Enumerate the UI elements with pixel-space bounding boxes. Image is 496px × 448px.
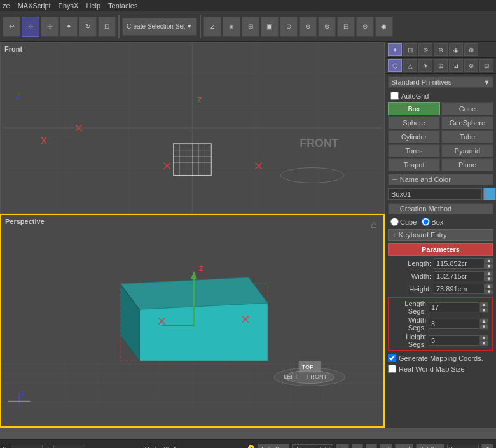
hierarchy-panel-icon[interactable]: ⊚ <box>418 43 432 56</box>
primitives-dropdown[interactable]: Standard Primitives ▼ <box>388 76 493 88</box>
menu-physx[interactable]: PhysX <box>59 2 79 10</box>
menu-maxscript[interactable]: MAXScript <box>18 2 51 10</box>
render6-button[interactable]: ⊜ <box>356 17 374 37</box>
home-icon[interactable]: ⌂ <box>371 219 377 230</box>
prev-frame-button[interactable]: ◀ <box>352 444 363 449</box>
cameras-icon[interactable]: ⊞ <box>434 59 448 72</box>
menu-help[interactable]: Help <box>86 2 100 10</box>
frame-input[interactable] <box>447 445 479 448</box>
timeline-config-button[interactable]: ⚙ <box>481 444 493 449</box>
width-segs-up[interactable]: ▲ <box>479 318 488 324</box>
render-button[interactable]: ▣ <box>261 17 279 37</box>
utilities-panel-icon[interactable]: ⊕ <box>464 43 478 56</box>
shapes-icon[interactable]: △ <box>403 59 417 72</box>
pyramid-button[interactable]: Pyramid <box>441 144 493 157</box>
front-viewport[interactable]: Front <box>0 42 385 214</box>
spacewarps-icon[interactable]: ⊜ <box>464 59 478 72</box>
render2-button[interactable]: ⊙ <box>280 17 298 37</box>
box-radio-label[interactable]: Box <box>422 218 443 226</box>
length-segs-label: Length Segs: <box>393 300 429 315</box>
menu-ze[interactable]: ze <box>3 2 10 10</box>
length-segs-down[interactable]: ▼ <box>479 307 488 313</box>
height-input[interactable] <box>434 284 485 294</box>
gen-mapping-checkbox[interactable] <box>388 354 396 362</box>
timeline-track[interactable] <box>0 428 496 439</box>
render5-button[interactable]: ⊟ <box>337 17 355 37</box>
width-segs-input[interactable] <box>429 319 479 329</box>
length-segs-up[interactable]: ▲ <box>479 302 488 307</box>
material-button[interactable]: ◈ <box>223 17 240 37</box>
perspective-viewport[interactable]: Perspective ⌂ <box>0 214 385 428</box>
plane-button[interactable]: Plane <box>441 158 493 171</box>
create-selection-label: Create Selection Set <box>127 23 185 30</box>
undo-button[interactable]: ↩ <box>3 17 20 37</box>
creation-method-section-header[interactable]: ─ Creation Method <box>388 203 493 214</box>
lights-icon[interactable]: ☀ <box>418 59 432 72</box>
motion-panel-icon[interactable]: ⊛ <box>434 43 448 56</box>
cube-radio[interactable] <box>390 218 399 226</box>
primitives-dropdown-label: Standard Primitives <box>391 78 451 86</box>
geometry-icon[interactable]: ⬡ <box>388 59 402 72</box>
display-panel-icon[interactable]: ◈ <box>449 43 463 56</box>
helpers-icon[interactable]: ⊿ <box>449 59 463 72</box>
go-start-button[interactable]: |◀ <box>336 444 349 449</box>
height-up[interactable]: ▲ <box>485 283 493 289</box>
move-button[interactable]: ✦ <box>60 17 78 37</box>
object-color-swatch[interactable] <box>483 188 496 200</box>
render4-button[interactable]: ⊚ <box>318 17 336 37</box>
play-button[interactable]: ▶ <box>366 444 377 449</box>
menu-tentacles[interactable]: Tentacles <box>108 2 137 10</box>
z-input[interactable] <box>53 445 85 448</box>
y-input[interactable] <box>11 445 43 448</box>
torus-button[interactable]: Torus <box>388 144 440 157</box>
select-button[interactable]: ⊹ <box>22 17 39 37</box>
snap-button[interactable]: ⊞ <box>242 17 259 37</box>
render3-button[interactable]: ⊛ <box>299 17 317 37</box>
length-down[interactable]: ▼ <box>485 263 493 269</box>
create-panel-icon[interactable]: ✦ <box>388 43 402 56</box>
set-key-button[interactable]: Set Key <box>416 444 444 449</box>
height-segs-up[interactable]: ▲ <box>479 335 488 340</box>
create-selection-button[interactable]: Create Selection Set ▼ <box>122 18 197 36</box>
tube-button[interactable]: Tube <box>441 130 493 143</box>
object-name-input[interactable] <box>388 188 482 200</box>
rotate-button[interactable]: ↻ <box>79 17 97 37</box>
box-button[interactable]: Box <box>388 102 440 115</box>
width-segs-down[interactable]: ▼ <box>479 324 488 330</box>
keyboard-entry-header[interactable]: + Keyboard Entry <box>388 229 493 241</box>
autogrid-checkbox[interactable] <box>390 92 399 100</box>
geosphere-button[interactable]: GeoSphere <box>441 116 493 129</box>
render7-button[interactable]: ◉ <box>375 17 393 37</box>
length-spinner: ▲ ▼ <box>485 258 493 269</box>
length-up[interactable]: ▲ <box>485 258 493 263</box>
length-input[interactable] <box>434 258 485 269</box>
primitives-grid: Box Cone Sphere GeoSphere Cylinder Tube … <box>388 102 493 171</box>
next-frame-button[interactable]: ▶| <box>380 444 393 449</box>
cone-button[interactable]: Cone <box>441 102 493 115</box>
width-input[interactable] <box>434 271 485 281</box>
modify-panel-icon[interactable]: ⊡ <box>403 43 417 56</box>
selected-dropdown[interactable]: Selected <box>292 444 333 448</box>
scale-button[interactable]: ⊡ <box>98 17 116 37</box>
teapot-button[interactable]: Teapot <box>388 158 440 171</box>
filter-button[interactable]: ⊿ <box>203 17 221 37</box>
sphere-button[interactable]: Sphere <box>388 116 440 129</box>
width-down[interactable]: ▼ <box>485 276 493 282</box>
length-segs-row: Length Segs: ▲ ▼ <box>390 299 491 316</box>
height-down[interactable]: ▼ <box>485 289 493 295</box>
primitives-dropdown-arrow: ▼ <box>483 78 490 86</box>
cube-radio-label[interactable]: Cube <box>390 218 417 226</box>
select2-button[interactable]: ☩ <box>41 17 59 37</box>
systems-icon[interactable]: ⊟ <box>479 59 493 72</box>
height-segs-down[interactable]: ▼ <box>479 340 488 346</box>
length-segs-input[interactable] <box>429 302 479 312</box>
box-radio[interactable] <box>422 218 430 226</box>
auto-key-button[interactable]: Auto Key <box>258 444 290 449</box>
cylinder-button[interactable]: Cylinder <box>388 130 440 143</box>
real-world-checkbox[interactable] <box>388 365 396 373</box>
name-color-section-header[interactable]: ─ Name and Color <box>388 174 493 185</box>
height-segs-input[interactable] <box>429 335 479 346</box>
width-up[interactable]: ▲ <box>485 270 493 276</box>
go-end-button[interactable]: ▶▶| <box>395 444 413 449</box>
parameters-section-header[interactable]: Parameters <box>388 243 493 256</box>
